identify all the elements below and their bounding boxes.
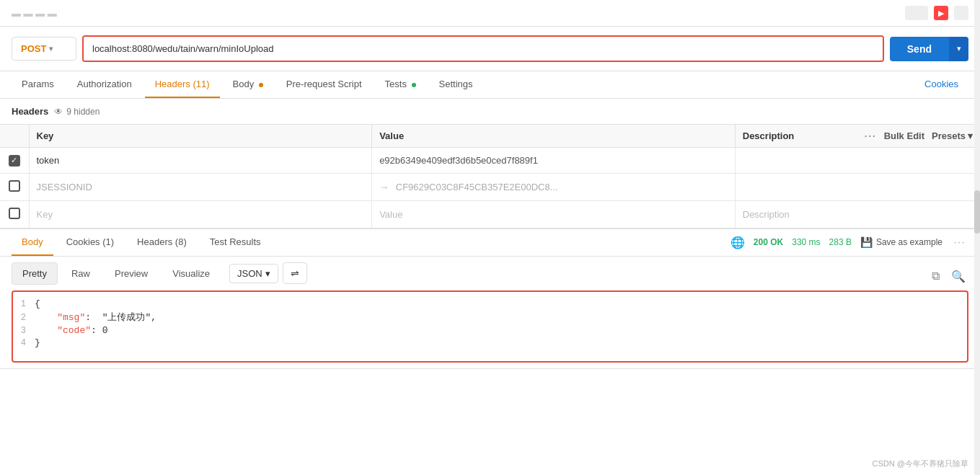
col-description: Description ··· Bulk Edit Presets ▾ (735, 125, 980, 148)
row3-description[interactable]: Description (743, 209, 790, 220)
response-tab-test-results[interactable]: Test Results (200, 229, 271, 256)
response-tab-headers[interactable]: Headers (8) (127, 229, 197, 256)
send-dropdown-button[interactable]: ▾ (949, 37, 968, 61)
viewer-tabs: Pretty Raw Preview Visualize JSON ▾ ⇌ (12, 262, 307, 285)
tab-body[interactable]: Body (223, 71, 273, 98)
viewer-tab-pretty[interactable]: Pretty (12, 262, 58, 285)
body-dot-icon (259, 83, 263, 87)
save-icon: 💾 (860, 236, 873, 248)
response-tab-body[interactable]: Body (12, 229, 53, 256)
line-num-3: 3 (13, 326, 35, 336)
search-button[interactable]: 🔍 (948, 267, 968, 286)
line-num-1: 1 (13, 299, 35, 309)
viewer-tab-raw[interactable]: Raw (61, 262, 101, 285)
eye-icon: 👁 (54, 107, 63, 117)
response-viewer: Pretty Raw Preview Visualize JSON ▾ ⇌ ⧉ … (0, 257, 980, 369)
code-line-4: 4 } (13, 337, 967, 349)
response-time: 330 ms (792, 237, 820, 247)
code-brace-open: { (35, 298, 40, 309)
presets-button[interactable]: Presets ▾ (932, 130, 973, 141)
viewer-actions: ⧉ 🔍 (929, 267, 968, 286)
method-chevron-icon: ▾ (49, 45, 53, 53)
row3-value[interactable]: Value (379, 209, 402, 220)
code-value-msg: "上传成功" (102, 312, 151, 323)
line-num-4: 4 (13, 338, 35, 348)
send-button-group: Send ▾ (890, 37, 968, 61)
viewer-tab-visualize[interactable]: Visualize (162, 262, 221, 285)
code-key-code: "code" (57, 325, 91, 336)
tests-dot-icon (412, 83, 416, 87)
scrollbar-thumb[interactable] (974, 190, 980, 234)
row3-checkbox[interactable] (9, 208, 20, 219)
table-dots-button[interactable]: ··· (865, 130, 877, 141)
code-brace-close: } (35, 337, 40, 348)
tab-cookies[interactable]: Cookies (914, 71, 968, 98)
response-status: 200 OK (754, 237, 783, 247)
tab-settings[interactable]: Settings (429, 71, 483, 98)
col-check (0, 125, 29, 148)
method-label: POST (21, 43, 46, 54)
top-bar-partial: ▬ ▬ ▬ ▬ (12, 8, 57, 19)
tab-tests[interactable]: Tests (375, 71, 426, 98)
row3-key[interactable]: Key (37, 209, 53, 220)
row2-key: JSESSIONID (37, 182, 92, 192)
url-bar-section: POST ▾ Send ▾ (0, 27, 980, 71)
globe-icon: 🌐 (730, 236, 745, 249)
row1-key: token (37, 155, 60, 166)
row2-value: CF9629C03C8F45CB357E2E00DC8... (396, 182, 558, 192)
row2-checkbox[interactable] (9, 180, 20, 192)
response-tabs-nav: Body Cookies (1) Headers (8) Test Result… (0, 228, 980, 257)
table-row: Key Value Description (0, 200, 980, 228)
tab-params[interactable]: Params (12, 71, 64, 98)
wrap-button[interactable]: ⇌ (283, 262, 307, 284)
response-size: 283 B (829, 237, 852, 247)
json-chevron-icon: ▾ (265, 268, 270, 279)
url-input-wrapper (82, 35, 884, 62)
row1-value: e92b6349e409edf3d6b5e0ced7f889f1 (379, 155, 538, 166)
presets-chevron-icon: ▾ (968, 130, 973, 141)
headers-table-container: Key Value Description ··· Bulk Edit (0, 125, 980, 228)
headers-label: Headers (12, 106, 48, 117)
copy-button[interactable]: ⧉ (929, 267, 943, 285)
table-row: JSESSIONID → CF9629C03C8F45CB357E2E00DC8… (0, 173, 980, 200)
hidden-badge: 👁 9 hidden (54, 107, 100, 117)
tab-headers[interactable]: Headers (11) (145, 71, 220, 98)
response-tab-cookies[interactable]: Cookies (1) (56, 229, 124, 256)
json-format-group: JSON ▾ ⇌ (229, 262, 307, 284)
code-line-2: 2 "msg": "上传成功", (13, 310, 967, 324)
code-key-msg: "msg" (57, 312, 85, 323)
viewer-tab-preview[interactable]: Preview (104, 262, 159, 285)
code-line-3: 3 "code": 0 (13, 324, 967, 337)
tab-pre-request[interactable]: Pre-request Script (276, 71, 372, 98)
json-format-select[interactable]: JSON ▾ (229, 264, 278, 283)
code-line-1: 1 { (13, 298, 967, 310)
tab-authorization[interactable]: Authorization (67, 71, 142, 98)
hidden-count: 9 hidden (66, 107, 100, 117)
line-num-2: 2 (13, 313, 35, 323)
method-dropdown[interactable]: POST ▾ (12, 37, 76, 61)
bulk-edit-button[interactable]: Bulk Edit (884, 130, 924, 141)
response-meta: 🌐 200 OK 330 ms 283 B 💾 Save as example … (730, 236, 968, 249)
col-value: Value (372, 125, 736, 148)
save-example-button[interactable]: 💾 Save as example (860, 236, 943, 248)
watermark: CSDN @今年不养猪只除草 (873, 458, 968, 469)
row1-checkbox[interactable]: ✓ (9, 155, 20, 167)
code-editor: 1 { 2 "msg": "上传成功", 3 "code": 0 4 (12, 290, 968, 363)
code-value-code: 0 (102, 325, 108, 336)
row2-arrow-icon: → (379, 182, 389, 192)
headers-section: Headers 👁 9 hidden (0, 99, 980, 125)
send-button[interactable]: Send (890, 37, 949, 61)
table-row: ✓ token e92b6349e409edf3d6b5e0ced7f889f1 (0, 148, 980, 174)
url-input[interactable] (84, 37, 883, 61)
col-key: Key (29, 125, 372, 148)
request-tabs-nav: Params Authorization Headers (11) Body P… (0, 71, 980, 99)
scrollbar-track[interactable] (974, 0, 980, 475)
response-more-button[interactable]: ··· (954, 237, 966, 247)
